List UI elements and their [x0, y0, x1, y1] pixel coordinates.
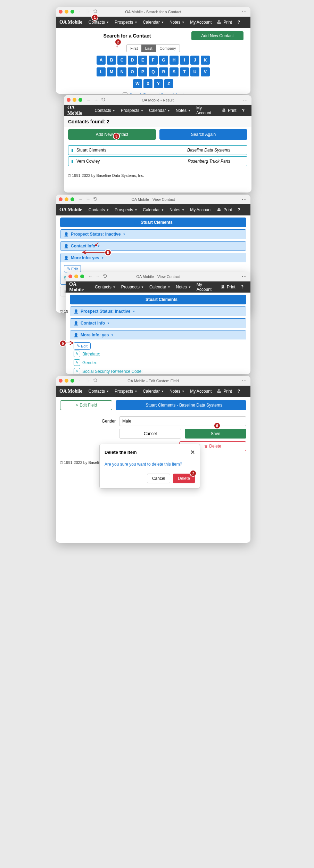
alpha-k[interactable]: K	[201, 56, 210, 65]
alpha-w[interactable]: W	[133, 79, 142, 88]
more-icon[interactable]: ⋯	[242, 9, 247, 15]
alpha-g[interactable]: G	[159, 56, 168, 65]
traffic-close[interactable]	[59, 197, 63, 201]
alpha-s[interactable]: S	[170, 67, 179, 76]
menu-contacts[interactable]: Contacts▼	[86, 18, 111, 26]
traffic-min[interactable]	[73, 98, 76, 102]
menu-prospects[interactable]: Prospects▼	[113, 206, 139, 214]
alpha-r[interactable]: R	[159, 67, 168, 76]
back-button[interactable]: ←	[78, 197, 83, 202]
alpha-j[interactable]: J	[190, 56, 199, 65]
more-icon[interactable]: ⋯	[242, 378, 247, 384]
gender-input[interactable]	[119, 416, 246, 426]
menu-myaccount[interactable]: My Account	[188, 18, 214, 26]
menu-calendar[interactable]: Calendar▼	[141, 18, 166, 26]
back-button[interactable]: ←	[78, 378, 83, 384]
traffic-max[interactable]	[71, 197, 74, 201]
alpha-c[interactable]: C	[117, 56, 126, 65]
traffic-close[interactable]	[59, 10, 63, 14]
seg-first[interactable]: First	[126, 44, 141, 52]
menu-contacts[interactable]: Contacts▼	[93, 283, 117, 291]
brand[interactable]: OA Mobile	[67, 105, 88, 116]
alpha-h[interactable]: H	[170, 56, 179, 65]
menu-notes[interactable]: Notes▼	[167, 18, 187, 26]
back-button[interactable]: ←	[86, 97, 91, 103]
more-icon[interactable]: ⋯	[243, 97, 248, 103]
edit-button[interactable]: Edit	[74, 342, 91, 350]
menu-prospects[interactable]: Prospects▼	[119, 283, 146, 291]
menu-notes[interactable]: Notes▼	[167, 206, 187, 214]
traffic-max[interactable]	[71, 379, 74, 383]
menu-print[interactable]: Print	[215, 387, 234, 395]
add-contact-button[interactable]: Add New Contact	[191, 31, 243, 40]
close-icon[interactable]: ✕	[190, 449, 195, 456]
menu-calendar[interactable]: Calendar▼	[147, 283, 173, 291]
alpha-o[interactable]: O	[128, 67, 137, 76]
menu-myaccount[interactable]: My Account	[188, 387, 214, 395]
chk-prospect[interactable]	[123, 92, 127, 94]
refresh-button[interactable]	[93, 197, 98, 202]
alpha-y[interactable]: Y	[154, 79, 163, 88]
refresh-button[interactable]	[103, 274, 107, 279]
brand[interactable]: OA Mobile	[59, 19, 82, 25]
traffic-close[interactable]	[68, 275, 72, 278]
traffic-min[interactable]	[74, 275, 78, 278]
seg-company[interactable]: Company	[156, 44, 180, 52]
alpha-d[interactable]: D	[128, 56, 137, 65]
menu-myaccount[interactable]: My Account	[194, 104, 218, 117]
traffic-max[interactable]	[80, 275, 84, 278]
alpha-b[interactable]: B	[107, 56, 116, 65]
menu-help[interactable]: ?	[236, 206, 242, 214]
refresh-button[interactable]	[101, 97, 106, 103]
back-button[interactable]: ←	[78, 9, 83, 15]
more-icon[interactable]: ⋯	[242, 274, 247, 279]
brand[interactable]: OA Mobile	[69, 281, 89, 293]
alpha-t[interactable]: T	[180, 67, 189, 76]
search-again-button[interactable]: Search Again	[159, 129, 247, 140]
traffic-close[interactable]	[59, 379, 63, 383]
menu-calendar[interactable]: Calendar▼	[141, 387, 166, 395]
menu-notes[interactable]: Notes▼	[174, 283, 193, 291]
traffic-close[interactable]	[67, 98, 71, 102]
alpha-a[interactable]: A	[97, 56, 106, 65]
traffic-max[interactable]	[78, 98, 82, 102]
menu-prospects[interactable]: Prospects▼	[113, 18, 139, 26]
menu-help[interactable]: ?	[236, 18, 242, 26]
alpha-x[interactable]: X	[143, 79, 152, 88]
cancel-button[interactable]: Cancel	[119, 429, 181, 439]
traffic-max[interactable]	[71, 10, 74, 14]
menu-help[interactable]: ?	[236, 387, 242, 395]
alpha-q[interactable]: Q	[149, 67, 158, 76]
alpha-u[interactable]: U	[190, 67, 199, 76]
alpha-m[interactable]: M	[107, 67, 116, 76]
traffic-min[interactable]	[65, 10, 68, 14]
alpha-v[interactable]: V	[201, 67, 210, 76]
menu-calendar[interactable]: Calendar▼	[147, 107, 172, 114]
edit-ssn[interactable]	[74, 368, 80, 374]
traffic-min[interactable]	[65, 197, 68, 201]
forward-button[interactable]: →	[94, 97, 98, 103]
chk-prospect-label[interactable]: Search Prospect Spreadsheet	[130, 93, 184, 94]
seg-last[interactable]: Last	[141, 44, 156, 52]
forward-button[interactable]: →	[86, 9, 90, 15]
menu-calendar[interactable]: Calendar▼	[141, 206, 166, 214]
menu-print[interactable]: Print	[218, 283, 238, 291]
menu-prospects[interactable]: Prospects▼	[113, 387, 139, 395]
menu-print[interactable]: Print	[215, 18, 234, 26]
edit-button[interactable]: Edit	[64, 265, 81, 272]
alpha-z[interactable]: Z	[164, 79, 173, 88]
refresh-button[interactable]	[93, 9, 98, 15]
alpha-l[interactable]: L	[97, 67, 106, 76]
modal-cancel-button[interactable]: Cancel	[147, 474, 170, 483]
menu-contacts[interactable]: Contacts▼	[86, 206, 111, 214]
back-button[interactable]: ←	[88, 274, 93, 279]
menu-myaccount[interactable]: My Account	[188, 206, 214, 214]
forward-button[interactable]: →	[86, 378, 90, 384]
menu-notes[interactable]: Notes▼	[167, 387, 187, 395]
contact-row[interactable]: ▮ Stuart Clements Baseline Data Systems	[68, 145, 247, 155]
menu-print[interactable]: Print	[220, 107, 239, 114]
menu-myaccount[interactable]: My Account	[195, 281, 217, 293]
menu-help[interactable]: ?	[239, 283, 246, 291]
alpha-i[interactable]: I	[180, 56, 189, 65]
menu-prospects[interactable]: Prospects▼	[119, 107, 146, 114]
